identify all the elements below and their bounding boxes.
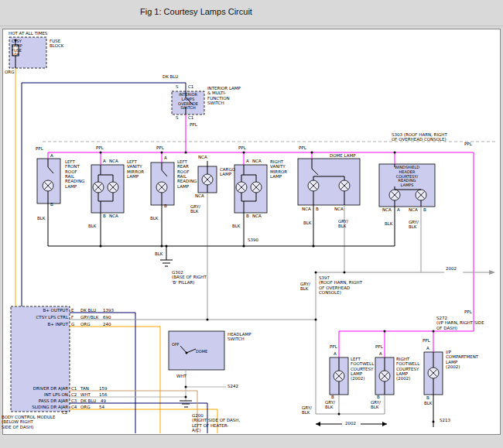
dome-lamp-box [298, 159, 360, 205]
interior-lamps-override-switch-box [172, 91, 204, 115]
lamp-bulb-icon [93, 182, 104, 193]
lamp-bulb-icon [251, 182, 262, 193]
figure-title: Fig 1: Courtesy Lamps Circuit [140, 7, 252, 16]
lamp-bulb-icon [156, 182, 167, 193]
lamp-bulb-icon [416, 190, 426, 200]
lamp-bulb-icon [108, 182, 118, 193]
wiring-diagram-canvas [0, 0, 503, 448]
body-control-module-box [11, 306, 70, 412]
title-bar: Fig 1: Courtesy Lamps Circuit [0, 0, 503, 26]
lamp-bulb-icon [202, 174, 213, 185]
lamp-bulb-icon [379, 371, 390, 381]
headlamp-switch-box [169, 331, 224, 370]
lamp-bulb-icon [43, 180, 53, 191]
lamp-bulb-icon [428, 368, 439, 378]
lamp-bulb-icon [339, 180, 350, 191]
lamp-bulb-icon [236, 182, 247, 193]
fuse-element-icon [12, 45, 19, 56]
windshield-header-lamps-box [379, 164, 435, 207]
lamp-bulb-icon [389, 190, 400, 200]
lamp-bulb-icon [334, 371, 344, 381]
lamp-bulb-icon [308, 180, 319, 191]
